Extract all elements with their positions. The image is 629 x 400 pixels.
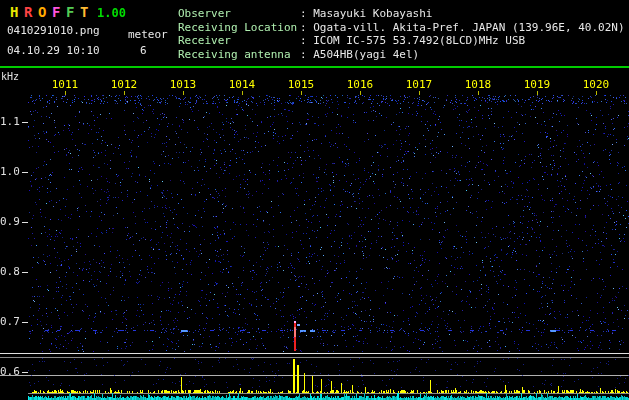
logo-letter: O: [38, 4, 52, 20]
time-tick-label: 1013: [170, 78, 197, 91]
time-tick-label: 1017: [406, 78, 433, 91]
time-tick-label: 1011: [52, 78, 79, 91]
info-row: Receiving Location: Ogata-vill. Akita-Pr…: [178, 21, 625, 35]
freq-tick-label: 0.8: [0, 265, 19, 278]
mode-label: meteor: [128, 28, 168, 41]
meteor-count: 6: [140, 44, 147, 57]
app-version: 1.00: [97, 6, 126, 20]
time-tick-label: 1019: [524, 78, 551, 91]
freq-tick-label: 0.9: [0, 215, 19, 228]
spectrogram-canvas: [0, 70, 629, 400]
info-row: Receiving antenna: A504HB(yagi 4el): [178, 48, 625, 62]
header-info: Observer: Masayuki KobayashiReceiving Lo…: [178, 7, 625, 61]
time-tick-label: 1016: [347, 78, 374, 91]
datetime-label: 04.10.29 10:10: [7, 44, 100, 57]
info-value: : Masayuki Kobayashi: [300, 7, 432, 20]
freq-tick-label: 1.1: [0, 115, 19, 128]
info-label: Receiver: [178, 34, 300, 48]
app-logo: HROFFT: [10, 4, 94, 20]
info-row: Receiver: ICOM IC-575 53.7492(8LCD)MHz U…: [178, 34, 625, 48]
time-tick-label: 1018: [465, 78, 492, 91]
time-tick-label: 1015: [288, 78, 315, 91]
hrofft-image: HROFFT 1.00 0410291010.png meteor 04.10.…: [0, 0, 629, 400]
info-value: : A504HB(yagi 4el): [300, 48, 419, 61]
info-label: Observer: [178, 7, 300, 21]
info-label: Receiving Location: [178, 21, 300, 35]
freq-axis-unit: kHz: [1, 71, 19, 82]
output-filename: 0410291010.png: [7, 24, 100, 37]
info-value: : Ogata-vill. Akita-Pref. JAPAN (139.96E…: [300, 21, 625, 34]
time-tick-label: 1012: [111, 78, 138, 91]
freq-tick-label: 0.6: [0, 365, 19, 378]
logo-letter: H: [10, 4, 24, 20]
freq-tick-label: 1.0: [0, 165, 19, 178]
info-value: : ICOM IC-575 53.7492(8LCD)MHz USB: [300, 34, 525, 47]
logo-letter: F: [52, 4, 66, 20]
info-label: Receiving antenna: [178, 48, 300, 62]
info-row: Observer: Masayuki Kobayashi: [178, 7, 625, 21]
time-tick-label: 1014: [229, 78, 256, 91]
header-separator: [0, 66, 629, 68]
time-tick-label: 1020: [583, 78, 610, 91]
freq-tick-label: 0.7: [0, 315, 19, 328]
logo-letter: T: [80, 4, 94, 20]
logo-letter: R: [24, 4, 38, 20]
logo-letter: F: [66, 4, 80, 20]
